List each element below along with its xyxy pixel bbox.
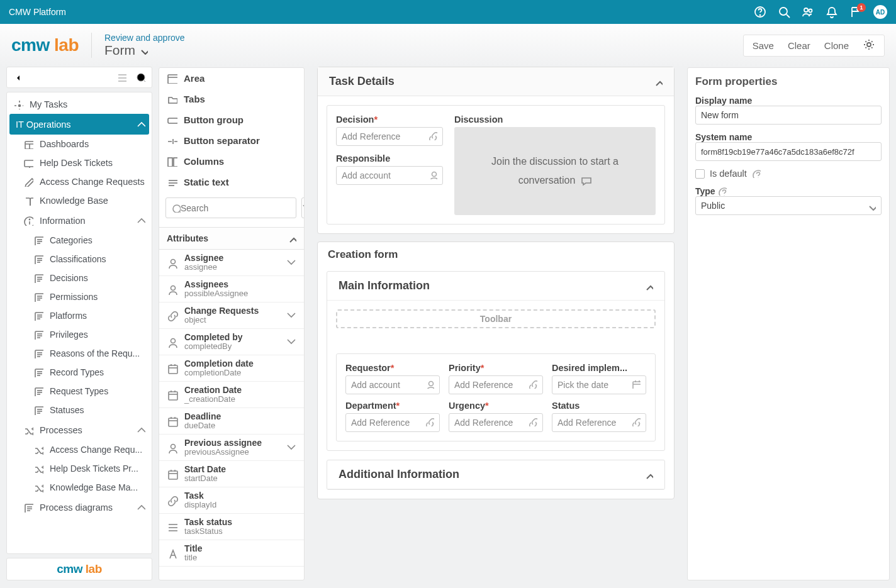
sidebar-item-processes[interactable]: Processes — [7, 419, 152, 440]
settings-icon[interactable] — [863, 38, 875, 53]
flag-icon[interactable]: 1 — [849, 6, 862, 18]
search-icon[interactable] — [778, 6, 790, 18]
sidebar-item-it-operations[interactable]: IT Operations — [9, 114, 149, 135]
properties-header: Form properties — [695, 75, 882, 88]
task-details-header[interactable]: Task Details — [318, 67, 674, 96]
sidebar-item-my-tasks[interactable]: My Tasks — [7, 95, 152, 114]
clone-button[interactable]: Clone — [824, 40, 849, 51]
attribute-completedBy[interactable]: Completed bycompletedBy — [159, 329, 304, 355]
palette-button-group[interactable]: Button group — [159, 109, 304, 130]
cal-icon — [167, 469, 178, 480]
is-default-checkbox[interactable]: Is default — [695, 169, 882, 179]
department-input[interactable]: Add Reference — [345, 413, 440, 432]
priority-input[interactable]: Add Reference — [449, 375, 543, 394]
palette-static-text[interactable]: Static text — [159, 172, 304, 192]
attribute-dueDate[interactable]: DeadlinedueDate — [159, 408, 304, 435]
creation-form-title: Creation form — [318, 242, 674, 267]
sidebar-item-privileges[interactable]: Privileges — [7, 325, 152, 344]
sidebar-item-categories[interactable]: Categories — [7, 231, 152, 250]
avatar[interactable]: AD — [873, 5, 887, 19]
shuffle-icon — [33, 482, 43, 492]
sidebar-item-process-diagrams[interactable]: Process diagrams — [7, 497, 152, 518]
type-select[interactable]: Public — [695, 196, 882, 215]
sidebar-item-process-1[interactable]: Access Change Requ... — [7, 440, 152, 459]
help-icon[interactable] — [754, 6, 766, 18]
book-icon — [23, 196, 33, 206]
collapse-nav-icon[interactable] — [13, 72, 23, 84]
responsible-input[interactable]: Add account — [336, 166, 443, 185]
chevron-up-icon — [135, 214, 145, 226]
info-label: Information — [40, 216, 86, 226]
nav-list-icon[interactable] — [116, 72, 126, 84]
sidebar-item-process-2[interactable]: Help Desk Tickets Pr... — [7, 459, 152, 478]
attributes-header[interactable]: Attributes — [159, 227, 304, 250]
attribute-title[interactable]: Titletitle — [159, 540, 304, 567]
link-icon — [631, 417, 641, 428]
palette-button-separator[interactable]: Button separator — [159, 130, 304, 151]
system-name-input[interactable]: form8f19cb19e77a46c7a5dc183a6ef8c72f — [695, 142, 882, 161]
sidebar-item-dashboards[interactable]: Dashboards — [7, 135, 152, 153]
urgency-input[interactable]: Add Reference — [449, 413, 543, 432]
person-icon — [167, 442, 178, 453]
chevron-down-icon — [285, 335, 296, 348]
clear-button[interactable]: Clear — [788, 40, 810, 51]
status-input[interactable]: Add Reference — [552, 413, 646, 432]
access-label: Access Change Requests — [40, 177, 145, 187]
sidebar-item-reasons[interactable]: Reasons of the Requ... — [7, 344, 152, 363]
sidebar-item-kb[interactable]: Knowledge Base — [7, 191, 152, 210]
attribute-object[interactable]: Change Requestsobject — [159, 302, 304, 329]
toolbar-dropzone[interactable]: Toolbar — [336, 309, 656, 328]
palette-area[interactable]: Area — [159, 68, 304, 89]
dashboard-icon — [23, 139, 33, 149]
sidebar-item-decisions[interactable]: Decisions — [7, 269, 152, 287]
discussion-panel[interactable]: Join the discussion to start a conversat… — [454, 127, 656, 215]
sidebar-item-helpdesk[interactable]: Help Desk Tickets — [7, 153, 152, 172]
desired-input[interactable]: Pick the date — [552, 375, 646, 394]
form-icon — [33, 254, 43, 264]
cal-icon — [167, 416, 178, 427]
requestor-input[interactable]: Add account — [345, 375, 440, 394]
sidebar-item-record-types[interactable]: Record Types — [7, 363, 152, 382]
attribute-previousAssignee[interactable]: Previous assigneepreviousAssignee — [159, 435, 304, 461]
palette-search[interactable] — [165, 197, 296, 218]
attribute-_creationDate[interactable]: Creation Date_creationDate — [159, 382, 304, 408]
person-icon — [428, 170, 437, 181]
sidebar-item-process-3[interactable]: Knowledge Base Ma... — [7, 478, 152, 497]
attribute-startDate[interactable]: Start DatestartDate — [159, 461, 304, 487]
decision-input[interactable]: Add Reference — [336, 127, 443, 146]
person-icon — [425, 379, 434, 391]
palette-filter[interactable] — [301, 197, 305, 218]
additional-info-header[interactable]: Additional Information — [327, 460, 664, 489]
attribute-displayId[interactable]: TaskdisplayId — [159, 487, 304, 514]
page-title-dropdown[interactable]: Form — [104, 43, 185, 58]
attribute-taskStatus[interactable]: Task statustaskStatus — [159, 514, 304, 540]
breadcrumb[interactable]: Review and approve — [104, 33, 185, 43]
sidebar-item-statuses[interactable]: Statuses — [7, 401, 152, 419]
attribute-assignee[interactable]: Assigneeassignee — [159, 250, 304, 276]
sidebar-item-classifications[interactable]: Classifications — [7, 250, 152, 269]
palette-search-input[interactable] — [181, 203, 291, 213]
attribute-possibleAssignee[interactable]: AssigneespossibleAssignee — [159, 276, 304, 302]
form-icon — [33, 273, 43, 283]
shuffle-icon — [23, 425, 33, 435]
sidebar-item-information[interactable]: Information — [7, 210, 152, 231]
sidebar-item-platforms[interactable]: Platforms — [7, 306, 152, 325]
help-icon[interactable] — [718, 187, 727, 196]
sidebar-item-permissions[interactable]: Permissions — [7, 287, 152, 306]
sidebar-item-access[interactable]: Access Change Requests — [7, 172, 152, 191]
link-icon — [528, 379, 537, 391]
save-button[interactable]: Save — [753, 40, 774, 51]
bell-icon[interactable] — [826, 6, 838, 18]
attribute-completionDate[interactable]: Completion datecompletionDate — [159, 355, 304, 382]
palette-tabs[interactable]: Tabs — [159, 89, 304, 109]
main-info-header[interactable]: Main Information — [327, 272, 664, 301]
nav-search-icon[interactable] — [135, 72, 145, 84]
people-icon[interactable] — [802, 6, 814, 18]
display-name-input[interactable]: New form — [695, 106, 882, 125]
form-icon — [23, 502, 33, 513]
chevron-down-icon — [867, 202, 876, 213]
sidebar-item-request-types[interactable]: Request Types — [7, 382, 152, 401]
help-icon[interactable] — [752, 169, 761, 178]
palette-columns[interactable]: Columns — [159, 151, 304, 172]
screen-icon — [23, 158, 33, 168]
